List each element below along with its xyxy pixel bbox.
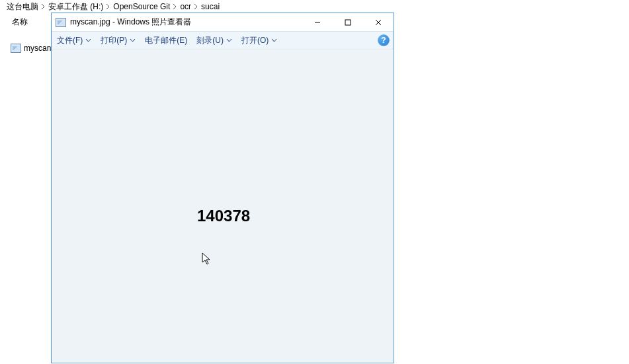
close-icon [374,18,382,26]
window-title: myscan.jpg - Windows 照片查看器 [70,17,302,28]
photo-viewer-app-icon [56,18,66,27]
menu-open[interactable]: 打开(O) [240,34,278,48]
breadcrumb-item[interactable]: OpenSource Git [113,2,170,11]
chevron-right-icon [106,3,110,10]
maximize-icon [344,18,352,26]
menu-print-label: 打印(P) [101,35,127,46]
chevron-down-icon [85,38,91,44]
chevron-right-icon [173,3,177,10]
menu-file-label: 文件(F) [57,35,83,46]
menu-email-label: 电子邮件(E) [145,35,187,46]
photo-viewer-window: myscan.jpg - Windows 照片查看器 文件(F) 打印(P) [51,13,394,363]
menubar: 文件(F) 打印(P) 电子邮件(E) 刻录(U) 打开(O) [52,31,394,50]
breadcrumb-item[interactable]: 这台电脑 [7,1,38,13]
menu-file[interactable]: 文件(F) [56,34,93,48]
image-file-icon [11,44,21,53]
breadcrumb: 这台电脑 安卓工作盘 (H:) OpenSource Git ocr sucai [0,0,629,13]
cursor-icon [202,252,212,266]
image-content-text: 140378 [197,207,250,225]
menu-print[interactable]: 打印(P) [99,34,137,48]
breadcrumb-item[interactable]: 安卓工作盘 (H:) [48,1,103,13]
menu-email[interactable]: 电子邮件(E) [144,34,189,48]
svg-rect-1 [345,20,351,25]
breadcrumb-item[interactable]: sucai [201,2,220,11]
column-header-name[interactable]: 名称 [0,13,53,30]
chevron-down-icon [226,38,232,44]
maximize-button[interactable] [333,13,363,31]
minimize-icon [314,18,321,26]
chevron-down-icon [271,38,277,44]
menu-burn-label: 刻录(U) [196,35,224,46]
menu-open-label: 打开(O) [241,35,269,46]
minimize-button[interactable] [302,13,333,31]
chevron-down-icon [130,38,136,44]
image-canvas[interactable]: 140378 [52,50,393,362]
chevron-right-icon [194,3,198,10]
help-button[interactable]: ? [378,34,390,46]
breadcrumb-item[interactable]: ocr [180,2,191,11]
chevron-right-icon [41,3,46,10]
titlebar[interactable]: myscan.jpg - Windows 照片查看器 [52,13,394,31]
window-controls [302,13,394,31]
close-button[interactable] [363,13,394,31]
help-icon: ? [381,36,386,45]
column-header-label: 名称 [12,17,28,28]
menu-burn[interactable]: 刻录(U) [195,34,233,48]
